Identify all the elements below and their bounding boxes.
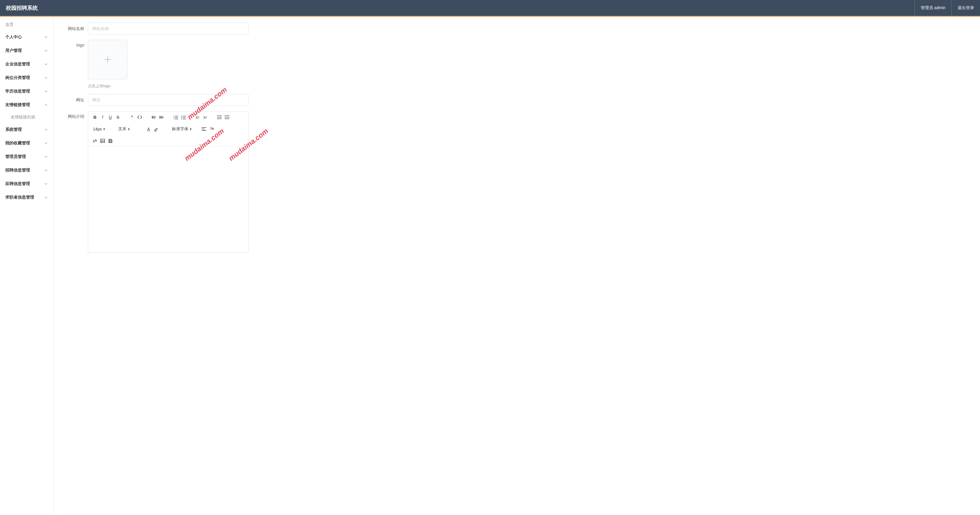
sitename-input[interactable] (88, 23, 248, 35)
logout-button[interactable]: 退出登录 (952, 0, 980, 16)
form-row-url: 网址 (62, 94, 971, 106)
image-button[interactable] (99, 137, 107, 144)
font-color-button[interactable]: A (145, 125, 153, 133)
sidebar-item-label: 友情链接管理 (5, 102, 30, 108)
underline-button[interactable]: U (107, 114, 114, 121)
svg-point-6 (181, 116, 182, 117)
label-sitename: 网站名称 (62, 23, 88, 35)
italic-button[interactable]: I (99, 114, 107, 121)
code-button[interactable] (136, 114, 143, 121)
sidebar-item-label: 应聘信息管理 (5, 181, 30, 187)
block-style-select[interactable]: 文本 ▲▼ (116, 125, 140, 133)
h1-button[interactable]: H1 (150, 114, 158, 121)
svg-text:3: 3 (173, 118, 174, 119)
align-button[interactable] (200, 125, 208, 133)
form-row-logo: logo 点击上传logo (62, 40, 971, 89)
font-family-select[interactable]: 标准字体 ▲▼ (170, 125, 196, 133)
superscript-button[interactable]: x2 (201, 114, 209, 121)
svg-point-10 (181, 119, 182, 119)
font-family-value: 标准字体 (172, 127, 188, 132)
chevron-down-icon (44, 155, 48, 159)
sidebar-item-recruitinfo[interactable]: 招聘信息管理 (0, 163, 53, 177)
chevron-down-icon (44, 89, 48, 93)
sidebar-item-label: 管理员管理 (5, 154, 26, 159)
strike-button[interactable]: S (114, 114, 122, 121)
font-size-value: 14px (93, 127, 102, 132)
sidebar-item-label: 岗位分类管理 (5, 75, 30, 81)
outdent-button[interactable] (216, 114, 223, 121)
sidebar-item-applyinfo[interactable]: 应聘信息管理 (0, 177, 53, 191)
url-input[interactable] (88, 94, 248, 106)
chevron-down-icon (44, 128, 48, 132)
subscript-button[interactable]: x2 (194, 114, 201, 121)
svg-text:T: T (210, 127, 213, 131)
rich-text-editor: B I U S ” H1 H2 (88, 111, 248, 253)
chevron-down-icon (44, 141, 48, 145)
ordered-list-icon: 123 (173, 115, 178, 119)
sidebar: 首页 个人中心 用户管理 企业信息管理 岗位分类管理 学历信息管理 友情链接管理… (0, 17, 54, 515)
chevron-down-icon (44, 62, 48, 66)
sidebar-item-user-manage[interactable]: 用户管理 (0, 44, 53, 57)
chevron-down-icon (44, 182, 48, 186)
sidebar-item-education-info[interactable]: 学历信息管理 (0, 84, 53, 98)
svg-point-26 (102, 140, 102, 141)
sidebar-item-my-favorites[interactable]: 我的收藏管理 (0, 136, 53, 150)
sidebar-item-label: 企业信息管理 (5, 62, 30, 67)
sort-icon: ▲▼ (103, 128, 105, 130)
unordered-list-icon (181, 115, 186, 119)
chevron-down-icon (44, 76, 48, 80)
form-row-sitename: 网站名称 (62, 23, 971, 35)
link-button[interactable] (91, 137, 99, 144)
unordered-list-button[interactable] (180, 114, 187, 121)
clear-format-icon: T (209, 127, 214, 132)
image-icon (100, 139, 105, 143)
label-intro: 网站介绍 (62, 111, 88, 119)
plus-icon (103, 55, 112, 63)
sidebar-item-label: 用户管理 (5, 48, 22, 53)
sidebar-item-personal-center[interactable]: 个人中心 (0, 30, 53, 44)
bold-button[interactable]: B (91, 114, 99, 121)
sidebar-item-system-manage[interactable]: 系统管理 (0, 123, 53, 136)
sidebar-item-label: 求职者信息管理 (5, 195, 34, 200)
chevron-down-icon (44, 168, 48, 172)
highlight-icon (154, 127, 159, 132)
sidebar-item-jobseeker[interactable]: 求职者信息管理 (0, 191, 53, 204)
save-button[interactable] (107, 137, 114, 144)
bg-color-button[interactable] (153, 125, 160, 133)
chevron-down-icon (44, 49, 48, 53)
sidebar-item-admin-manage[interactable]: 管理员管理 (0, 150, 53, 163)
sidebar-item-enterprise-info[interactable]: 企业信息管理 (0, 57, 53, 71)
sidebar-item-post-category[interactable]: 岗位分类管理 (0, 71, 53, 84)
chevron-up-icon (44, 103, 48, 107)
main-content: mudaima.com mudaima.com mudaima.com 网站名称… (54, 17, 980, 515)
form-row-intro: 网站介绍 B I U S ” (62, 111, 971, 253)
h2-button[interactable]: H2 (158, 114, 165, 121)
sidebar-home[interactable]: 首页 (0, 19, 53, 30)
quote-button[interactable]: ” (128, 114, 136, 121)
sidebar-item-label: 我的收藏管理 (5, 141, 30, 146)
svg-rect-28 (110, 141, 111, 142)
svg-point-8 (181, 117, 182, 118)
admin-label[interactable]: 管理员 admin (915, 0, 951, 16)
sort-icon: ▲▼ (128, 128, 130, 130)
outdent-icon (217, 115, 222, 119)
align-icon (202, 127, 206, 131)
sidebar-item-label: 个人中心 (5, 35, 22, 40)
save-icon (108, 139, 113, 143)
app-title: 校园招聘系统 (0, 5, 44, 11)
logo-upload-box[interactable] (88, 40, 127, 79)
sidebar-item-label: 系统管理 (5, 127, 22, 132)
ordered-list-button[interactable]: 123 (172, 114, 180, 121)
logo-upload-tip: 点击上传logo (88, 83, 248, 89)
indent-button[interactable] (223, 114, 231, 121)
link-icon (92, 138, 97, 143)
font-size-select[interactable]: 14px ▲▼ (91, 125, 112, 133)
sidebar-subitem-friendlink-list[interactable]: 友情链接列表 (0, 112, 53, 123)
sidebar-item-label: 招聘信息管理 (5, 168, 30, 173)
indent-icon (225, 115, 229, 119)
clear-format-button[interactable]: T (208, 125, 216, 133)
sidebar-item-friendlink[interactable]: 友情链接管理 (0, 98, 53, 112)
editor-content-area[interactable] (88, 146, 248, 252)
code-icon (137, 115, 142, 119)
block-style-value: 文本 (118, 127, 126, 132)
